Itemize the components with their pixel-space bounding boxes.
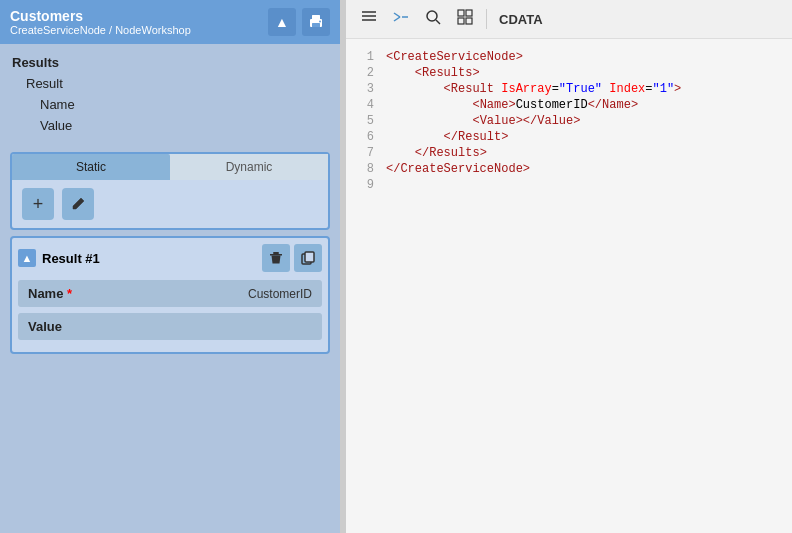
tree-section: Results Result Name Value: [0, 44, 340, 144]
value-field-row: Value: [18, 313, 322, 340]
name-field-label: Name *: [28, 286, 72, 301]
add-button[interactable]: +: [22, 188, 54, 220]
name-required-marker: *: [67, 286, 72, 301]
cdata-label: CDATA: [499, 12, 543, 27]
code-area[interactable]: 1<CreateServiceNode>2 <Results>3 <Result…: [346, 39, 792, 533]
grid-icon: [456, 8, 474, 26]
svg-line-11: [394, 13, 400, 17]
line-content: </Result>: [386, 130, 792, 144]
code-line: 8</CreateServiceNode>: [346, 161, 792, 177]
toolbar-divider: [486, 9, 487, 29]
left-panel: Customers CreateServiceNode / NodeWorksh…: [0, 0, 340, 533]
trash-icon: [269, 251, 283, 265]
tab-container: Static Dynamic +: [10, 152, 330, 230]
result-card: ▲ Result #1: [10, 236, 330, 354]
line-content: <Results>: [386, 66, 792, 80]
dynamic-tab[interactable]: Dynamic: [170, 154, 328, 180]
line-number: 2: [346, 66, 386, 80]
line-number: 9: [346, 178, 386, 192]
line-number: 4: [346, 98, 386, 112]
result-card-header: ▲ Result #1: [18, 244, 322, 272]
svg-rect-1: [312, 15, 320, 20]
static-tab[interactable]: Static: [12, 154, 170, 180]
indent-button[interactable]: [388, 6, 414, 32]
indent-icon: [392, 8, 410, 26]
line-number: 6: [346, 130, 386, 144]
name-field-row: Name * CustomerID: [18, 280, 322, 307]
svg-rect-5: [273, 252, 279, 254]
svg-rect-16: [458, 10, 464, 16]
line-content: </Results>: [386, 146, 792, 160]
line-content: <Name>CustomerID</Name>: [386, 98, 792, 112]
line-content: <CreateServiceNode>: [386, 50, 792, 64]
right-toolbar: CDATA: [346, 0, 792, 39]
copy-icon: [301, 251, 315, 265]
svg-line-12: [394, 17, 400, 21]
code-line: 1<CreateServiceNode>: [346, 49, 792, 65]
left-header: Customers CreateServiceNode / NodeWorksh…: [0, 0, 340, 44]
format-button[interactable]: [356, 6, 382, 32]
line-number: 7: [346, 146, 386, 160]
code-line: 3 <Result IsArray="True" Index="1">: [346, 81, 792, 97]
line-content: <Value></Value>: [386, 114, 792, 128]
tree-item-results[interactable]: Results: [12, 52, 328, 73]
line-number: 3: [346, 82, 386, 96]
breadcrumb: CreateServiceNode / NodeWorkshop: [10, 24, 191, 36]
svg-line-15: [436, 20, 440, 24]
search-icon: [424, 8, 442, 26]
line-number: 8: [346, 162, 386, 176]
copy-button[interactable]: [294, 244, 322, 272]
tree-item-name[interactable]: Name: [12, 94, 328, 115]
customers-title: Customers: [10, 8, 191, 24]
code-line: 6 </Result>: [346, 129, 792, 145]
header-title-group: Customers CreateServiceNode / NodeWorksh…: [10, 8, 191, 36]
tab-actions: +: [12, 180, 328, 228]
tree-item-value[interactable]: Value: [12, 115, 328, 136]
line-content: <Result IsArray="True" Index="1">: [386, 82, 792, 96]
svg-rect-2: [312, 23, 320, 27]
right-panel: CDATA 1<CreateServiceNode>2 <Results>3 <…: [346, 0, 792, 533]
tree-item-result[interactable]: Result: [12, 73, 328, 94]
svg-rect-18: [458, 18, 464, 24]
code-line: 2 <Results>: [346, 65, 792, 81]
edit-icon: [70, 196, 86, 212]
card-action-buttons: [262, 244, 322, 272]
result-title-text: Result #1: [42, 251, 100, 266]
print-button[interactable]: [302, 8, 330, 36]
line-number: 1: [346, 50, 386, 64]
svg-rect-4: [270, 254, 282, 256]
up-button[interactable]: ▲: [268, 8, 296, 36]
code-line: 7 </Results>: [346, 145, 792, 161]
code-line: 5 <Value></Value>: [346, 113, 792, 129]
line-content: </CreateServiceNode>: [386, 162, 792, 176]
svg-rect-7: [305, 252, 314, 262]
line-number: 5: [346, 114, 386, 128]
print-icon: [308, 14, 324, 30]
name-field-value: CustomerID: [248, 287, 312, 301]
result-card-title: ▲ Result #1: [18, 249, 100, 267]
svg-rect-19: [466, 18, 472, 24]
format-icon: [360, 8, 378, 26]
collapse-button[interactable]: ▲: [18, 249, 36, 267]
delete-button[interactable]: [262, 244, 290, 272]
tab-header: Static Dynamic: [12, 154, 328, 180]
edit-button[interactable]: [62, 188, 94, 220]
grid-button[interactable]: [452, 6, 478, 32]
code-line: 9: [346, 177, 792, 193]
header-buttons: ▲: [268, 8, 330, 36]
code-line: 4 <Name>CustomerID</Name>: [346, 97, 792, 113]
svg-rect-17: [466, 10, 472, 16]
svg-point-14: [427, 11, 437, 21]
search-button[interactable]: [420, 6, 446, 32]
value-field-label: Value: [28, 319, 62, 334]
svg-point-3: [319, 21, 321, 23]
